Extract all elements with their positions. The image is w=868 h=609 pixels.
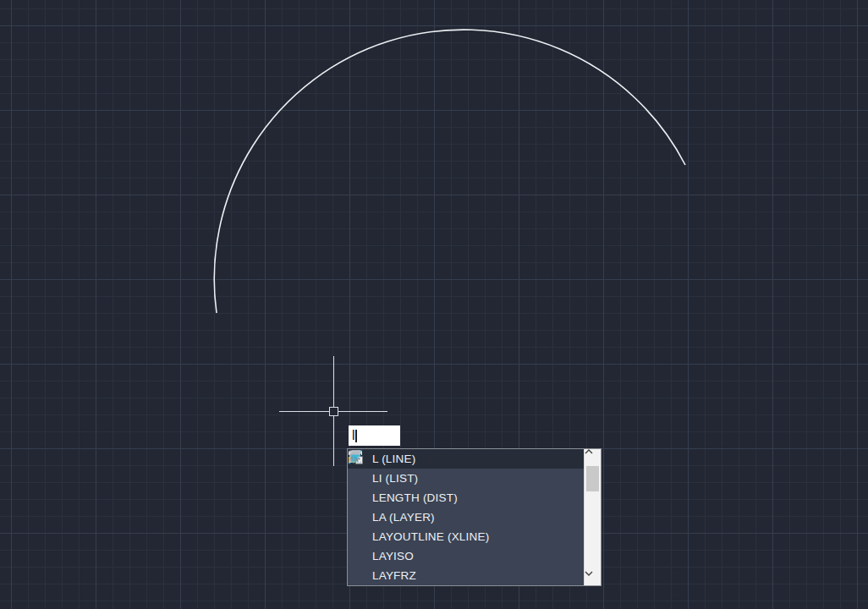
- command-input[interactable]: l: [349, 425, 400, 446]
- autocomplete-item-label: LENGTH (DIST): [372, 491, 458, 504]
- command-autocomplete-list: L (LINE) i LI (LIST): [347, 448, 602, 586]
- scroll-up-button[interactable]: [585, 449, 601, 464]
- autocomplete-item-length-dist[interactable]: LENGTH (DIST): [348, 488, 584, 508]
- layers-icon: [350, 510, 366, 525]
- autocomplete-rows: L (LINE) i LI (LIST): [348, 449, 584, 585]
- dist-ruler-icon: [350, 491, 366, 506]
- xline-icon: [350, 529, 366, 545]
- layer-freeze-icon: ❄: [350, 568, 366, 584]
- autocomplete-item-layer[interactable]: LA (LAYER): [348, 508, 584, 527]
- text-caret: [355, 430, 357, 442]
- autocomplete-item-label: LAYOUTLINE (XLINE): [372, 530, 489, 543]
- autocomplete-item-layfrz[interactable]: ❄ LAYFRZ: [348, 566, 584, 585]
- scroll-thumb[interactable]: [586, 466, 599, 491]
- scroll-down-button[interactable]: [585, 571, 601, 585]
- chevron-down-icon: [585, 571, 593, 576]
- autocomplete-item-line[interactable]: L (LINE): [348, 449, 584, 469]
- autocomplete-item-layoutline-xline[interactable]: LAYOUTLINE (XLINE): [348, 527, 584, 546]
- drawing-canvas[interactable]: l L (LINE): [0, 0, 868, 609]
- autocomplete-item-label: LI (LIST): [372, 472, 418, 485]
- list-icon: i: [350, 471, 366, 486]
- pickbox: [330, 408, 338, 416]
- autocomplete-item-label: LAYISO: [372, 550, 414, 562]
- autocomplete-item-layiso[interactable]: LAYISO: [348, 546, 584, 566]
- autocomplete-item-label: LAYFRZ: [372, 569, 416, 582]
- svg-text:❄: ❄: [350, 456, 357, 464]
- autocomplete-item-list[interactable]: i LI (LIST): [348, 469, 584, 488]
- autocomplete-item-label: L (LINE): [372, 453, 415, 465]
- chevron-up-icon: [585, 449, 593, 454]
- autocomplete-item-label: LA (LAYER): [372, 511, 435, 524]
- layer-isolate-icon: [350, 549, 366, 564]
- scrollbar[interactable]: [584, 449, 601, 585]
